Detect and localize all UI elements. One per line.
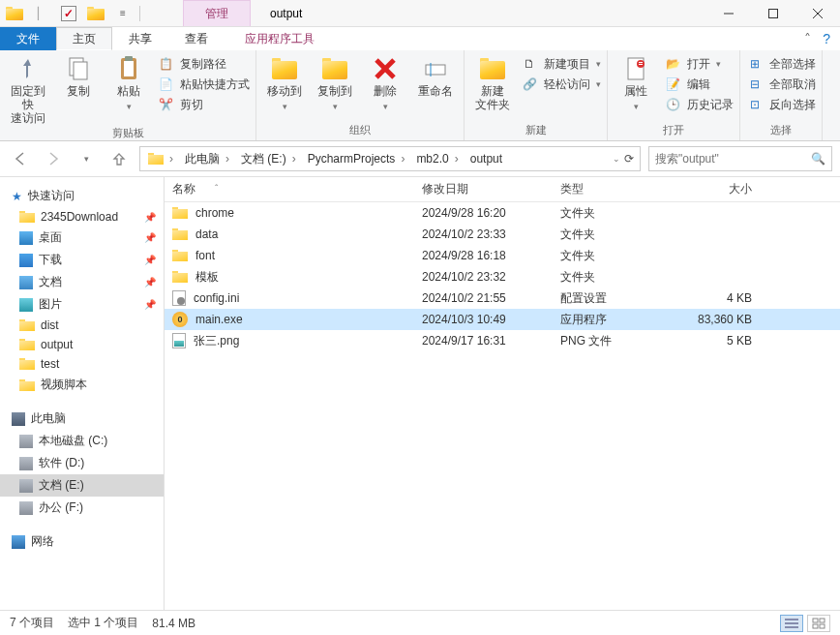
nav-this-pc[interactable]: 此电脑 — [0, 408, 164, 430]
file-row-0[interactable]: chrome2024/9/28 16:20文件夹 — [165, 202, 840, 224]
rename-button[interactable]: 重命名 — [413, 53, 458, 99]
content-area: ★快速访问 2345Download📌桌面📌下载📌文档📌图片📌distoutpu… — [0, 176, 840, 610]
navigation-pane[interactable]: ★快速访问 2345Download📌桌面📌下载📌文档📌图片📌distoutpu… — [0, 177, 165, 610]
breadcrumb-4[interactable]: output — [465, 147, 508, 170]
nav-forward-button[interactable] — [41, 146, 66, 171]
search-input[interactable] — [655, 152, 811, 166]
qat-dropdown-icon[interactable]: ≡ — [112, 3, 134, 24]
file-row-2[interactable]: font2024/9/28 16:18文件夹 — [165, 245, 840, 266]
address-bar[interactable]: › 此电脑› 文档 (E:)› PycharmProjects› mb2.0› … — [139, 146, 641, 171]
copy-path-icon: 📋 — [157, 55, 174, 73]
file-row-5[interactable]: 0main.exe2024/10/3 10:49应用程序83,360 KB — [165, 309, 840, 330]
pin-icon — [14, 55, 43, 82]
breadcrumb-3[interactable]: mb2.0› — [410, 147, 464, 170]
nav-qa-item-3[interactable]: 文档📌 — [0, 271, 164, 293]
organize-group-label: 组织 — [262, 122, 458, 140]
new-folder-button[interactable]: 新建 文件夹 — [470, 53, 515, 112]
column-headers[interactable]: 名称ˆ 修改日期 类型 大小 — [165, 177, 840, 202]
paste-shortcut-button[interactable]: 📄粘贴快捷方式 — [157, 76, 250, 93]
file-row-3[interactable]: 模板2024/10/2 23:32文件夹 — [165, 266, 840, 287]
edit-button[interactable]: 📝编辑 — [664, 76, 734, 93]
paste-button[interactable]: 粘贴 ▾ — [106, 53, 151, 111]
ribbon-collapse-icon[interactable]: ˄ — [804, 31, 811, 46]
copy-to-button[interactable]: 复制到▾ — [313, 53, 357, 111]
copy-path-button[interactable]: 📋复制路径 — [157, 55, 250, 73]
breadcrumb-0[interactable]: 此电脑› — [179, 147, 235, 170]
nav-qa-item-6[interactable]: output — [0, 335, 164, 354]
breadcrumb-root-icon[interactable]: › — [142, 147, 179, 170]
search-icon[interactable]: 🔍 — [811, 152, 825, 166]
delete-icon — [371, 55, 400, 82]
nav-drive-2[interactable]: 文档 (E:) — [0, 474, 164, 497]
window-title: output — [251, 0, 706, 26]
open-button[interactable]: 📂打开 ▾ — [664, 55, 734, 73]
easy-access-button[interactable]: 🔗轻松访问 ▾ — [521, 76, 601, 93]
svg-rect-11 — [426, 65, 445, 75]
tab-app-tools[interactable]: 应用程序工具 — [228, 27, 331, 50]
ribbon-group-organize: 移动到▾ 复制到▾ 删除▾ 重命名 组织 — [256, 50, 465, 140]
status-item-count: 7 个项目 — [10, 615, 54, 631]
copy-icon — [64, 55, 93, 82]
nav-quick-access[interactable]: ★快速访问 — [0, 185, 164, 207]
column-size[interactable]: 大小 — [676, 181, 764, 197]
search-box[interactable]: 🔍 — [648, 146, 832, 171]
qat-properties-checked-icon[interactable]: ✓ — [58, 3, 79, 24]
column-name[interactable]: 名称ˆ — [172, 181, 422, 197]
close-button[interactable] — [795, 0, 840, 27]
nav-qa-item-8[interactable]: 视频脚本 — [0, 374, 164, 396]
minimize-button[interactable] — [706, 0, 751, 27]
nav-back-button[interactable] — [8, 146, 33, 171]
refresh-icon[interactable]: ⟳ — [624, 152, 634, 166]
new-group-label: 新建 — [470, 122, 601, 140]
tab-file[interactable]: 文件 — [0, 27, 56, 50]
file-row-1[interactable]: data2024/10/2 23:33文件夹 — [165, 224, 840, 245]
nav-qa-item-5[interactable]: dist — [0, 316, 164, 335]
copy-button[interactable]: 复制 — [56, 53, 101, 99]
move-to-button[interactable]: 移动到▾ — [262, 53, 307, 111]
nav-drive-3[interactable]: 办公 (F:) — [0, 497, 164, 519]
new-item-button[interactable]: 🗋新建项目 ▾ — [521, 55, 601, 73]
properties-button[interactable]: 属性▾ — [614, 53, 658, 111]
select-group-label: 选择 — [746, 122, 816, 140]
tab-share[interactable]: 共享 — [112, 27, 168, 50]
tab-view[interactable]: 查看 — [168, 27, 225, 50]
qat-folder2-icon[interactable] — [85, 3, 106, 24]
select-none-button[interactable]: ⊟全部取消 — [746, 76, 816, 93]
select-all-icon: ⊞ — [746, 55, 764, 73]
nav-qa-item-0[interactable]: 2345Download📌 — [0, 207, 164, 227]
maximize-button[interactable] — [751, 0, 795, 27]
column-type[interactable]: 类型 — [560, 181, 676, 197]
file-row-4[interactable]: config.ini2024/10/2 21:55配置设置4 KB — [165, 287, 840, 309]
contextual-tab-label: 管理 — [183, 0, 251, 26]
nav-up-button[interactable] — [106, 146, 132, 171]
svg-rect-16 — [639, 64, 643, 65]
delete-button[interactable]: 删除▾ — [363, 53, 407, 111]
breadcrumb-1[interactable]: 文档 (E:)› — [235, 147, 302, 170]
view-details-button[interactable] — [780, 615, 803, 632]
cut-button[interactable]: ✂️剪切 — [157, 96, 250, 113]
status-selected-count: 选中 1 个项目 — [68, 615, 138, 631]
pin-to-quick-access-button[interactable]: 固定到快 速访问 — [6, 53, 50, 125]
paste-shortcut-icon: 📄 — [157, 76, 174, 93]
nav-drive-1[interactable]: 软件 (D:) — [0, 452, 164, 474]
view-thumbnails-button[interactable] — [807, 615, 830, 632]
help-icon[interactable]: ? — [823, 31, 830, 46]
select-all-button[interactable]: ⊞全部选择 — [746, 55, 816, 73]
nav-qa-item-2[interactable]: 下载📌 — [0, 249, 164, 271]
nav-recent-dropdown[interactable]: ▾ — [74, 146, 99, 171]
nav-drive-0[interactable]: 本地磁盘 (C:) — [0, 430, 164, 452]
history-button[interactable]: 🕒历史记录 — [664, 96, 734, 113]
invert-selection-button[interactable]: ⊡反向选择 — [746, 96, 816, 113]
breadcrumb-2[interactable]: PycharmProjects› — [302, 147, 411, 170]
qat-folder-icon[interactable] — [4, 3, 25, 24]
nav-qa-item-7[interactable]: test — [0, 354, 164, 374]
nav-network[interactable]: 网络 — [0, 530, 164, 553]
svg-rect-15 — [639, 62, 643, 63]
column-date[interactable]: 修改日期 — [422, 181, 560, 197]
file-row-6[interactable]: 张三.png2024/9/17 16:31PNG 文件5 KB — [165, 330, 840, 351]
invert-icon: ⊡ — [746, 96, 764, 113]
tab-home[interactable]: 主页 — [56, 27, 112, 50]
nav-qa-item-1[interactable]: 桌面📌 — [0, 227, 164, 249]
nav-qa-item-4[interactable]: 图片📌 — [0, 293, 164, 316]
address-dropdown-icon[interactable]: ⌄ — [613, 154, 620, 164]
